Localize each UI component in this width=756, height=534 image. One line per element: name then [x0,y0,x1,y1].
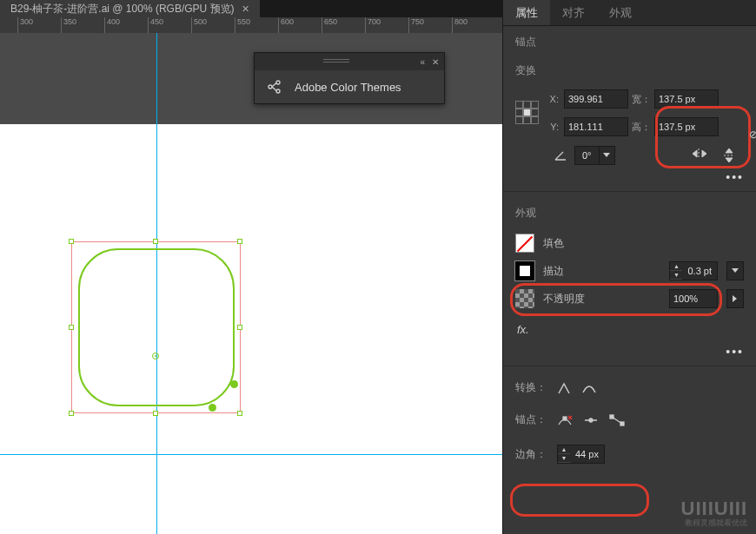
stroke-swatch[interactable] [515,261,534,280]
corner-widget[interactable] [230,380,238,388]
flip-horizontal-icon[interactable] [692,148,707,163]
canvas[interactable] [0,33,502,534]
step-down-icon: ▼ [670,271,682,280]
cut-path-icon[interactable] [583,414,599,426]
stroke-menu-button[interactable] [726,261,744,280]
svg-rect-1 [323,62,349,63]
watermark-sub: 教程灵感就看优优 [685,518,747,529]
selection-handle[interactable] [69,411,74,416]
callout-annotation [510,484,649,517]
panel-title: Adobe Color Themes [295,81,401,94]
selection-handle[interactable] [237,411,242,416]
convert-label: 转换： [515,380,547,395]
color-themes-icon [267,79,282,95]
stroke-weight-input[interactable]: ▲▼ 0.3 pt [669,261,718,280]
more-options-icon[interactable]: ••• [503,168,756,186]
svg-point-3 [276,81,280,84]
y-label: Y: [547,122,562,132]
height-input[interactable]: 137.5 px [654,117,719,136]
width-label: 宽： [632,93,653,106]
collapse-icon[interactable]: « [420,57,425,67]
selection-handle[interactable] [153,239,158,244]
panel-header[interactable]: « ✕ [255,53,444,70]
step-down-icon: ▼ [558,454,570,463]
tab-appearance[interactable]: 外观 [597,0,644,25]
opacity-label[interactable]: 不透明度 [543,292,660,307]
more-options-icon[interactable]: ••• [503,343,756,360]
angle-icon [554,149,567,162]
corner-widget[interactable] [209,404,216,412]
step-up-icon: ▲ [558,445,570,454]
x-input[interactable]: 399.961 [564,89,628,109]
opacity-menu-button[interactable] [726,289,744,308]
width-input[interactable]: 137.5 px [654,89,719,109]
convert-corner-icon[interactable] [557,381,571,395]
properties-panel: 属性 对齐 外观 锚点 变换 X: 399.961 宽： 137.5 px Y:… [502,0,756,534]
opacity-input[interactable]: 100% [669,289,718,308]
selection-center-icon[interactable] [152,353,159,359]
fx-button[interactable]: fx. [503,316,756,343]
selection-handle[interactable] [237,239,242,244]
step-up-icon: ▲ [670,262,682,271]
svg-line-6 [272,87,276,91]
svg-rect-10 [620,422,624,425]
height-label: 高： [632,121,653,134]
guide-horizontal[interactable] [0,454,502,455]
tab-properties[interactable]: 属性 [503,0,550,25]
section-anchor: 锚点 [503,26,756,55]
flip-vertical-icon[interactable] [723,148,735,163]
y-input[interactable]: 181.111 [564,117,628,136]
selection-handle[interactable] [69,239,74,244]
section-transform: 变换 [503,55,756,83]
svg-rect-9 [610,415,613,419]
section-appearance: 外观 [503,197,756,226]
svg-rect-7 [563,417,567,420]
selection-handle[interactable] [153,411,158,416]
chevron-down-icon[interactable] [599,147,614,164]
rotate-input[interactable]: 0° [574,146,615,165]
grip-icon [260,58,413,65]
close-icon[interactable]: ✕ [432,57,439,67]
close-icon[interactable]: ✕ [242,3,249,15]
x-label: X: [547,94,562,104]
link-wh-icon[interactable]: ⊘ [749,129,756,141]
anchors-label: 锚点： [515,412,547,427]
convert-smooth-icon[interactable] [581,382,597,394]
ruler-horizontal: 300350400 450500550 600650700 750800 [0,17,502,33]
selection-handle[interactable] [69,325,74,330]
document-tab-title: B29-柚子茶-进阶营.ai @ 100% (RGB/GPU 预览) [10,2,235,16]
svg-line-5 [272,83,276,88]
reference-point-picker[interactable] [515,101,545,125]
tab-align[interactable]: 对齐 [550,0,597,25]
fill-label: 填色 [543,236,744,251]
fill-swatch[interactable] [515,234,534,253]
svg-rect-0 [323,59,349,60]
color-themes-panel[interactable]: « ✕ Adobe Color Themes [254,52,445,104]
stroke-label[interactable]: 描边 [543,264,660,279]
svg-point-4 [276,89,280,93]
opacity-swatch[interactable] [515,289,534,308]
corner-label: 边角： [515,447,547,462]
corner-radius-input[interactable]: ▲▼ 44 px [557,445,605,464]
remove-anchor-icon[interactable] [557,414,573,426]
svg-point-2 [269,85,272,89]
svg-point-8 [589,419,593,422]
connect-anchor-icon[interactable] [609,414,625,426]
selection-handle[interactable] [237,325,242,330]
rounded-rect-shape[interactable] [78,248,235,406]
document-tab[interactable]: B29-柚子茶-进阶营.ai @ 100% (RGB/GPU 预览) ✕ [0,0,260,18]
